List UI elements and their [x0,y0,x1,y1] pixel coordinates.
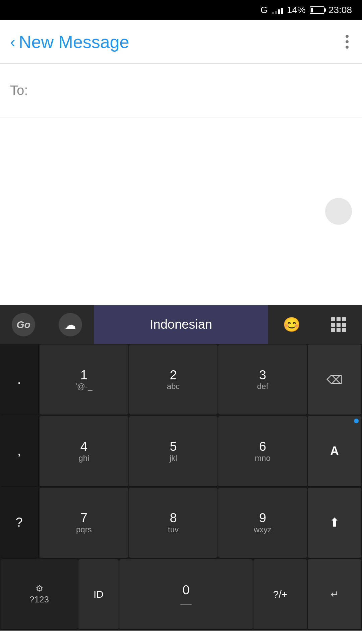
key-caps[interactable]: A [308,416,361,487]
key-6-main: 6 [259,440,266,454]
key-4[interactable]: 4 ghi [40,416,128,487]
key-1[interactable]: 1 '@-_ [40,344,128,415]
header-left: ‹ New Message [10,32,129,52]
page-title: New Message [19,32,129,52]
status-icons: G 14% 23:08 [260,5,352,15]
go-button[interactable]: Go [0,305,47,344]
key-5[interactable]: 5 jkl [129,416,218,487]
key-8[interactable]: 8 tuv [129,488,218,558]
emoji-icon: 😊 [283,316,300,333]
key-7-main: 7 [80,511,87,525]
more-options-button[interactable] [342,32,352,52]
caps-icon: A [330,444,339,458]
key-9-sub: wxyz [254,525,272,534]
key-comma[interactable]: , [1,416,38,487]
grid-dot-3 [342,317,346,321]
space-label: 0 [182,583,189,597]
key-2[interactable]: 2 abc [129,344,218,415]
key-row-2: , 4 ghi 5 jkl 6 mno A [1,416,361,487]
battery-fill [311,8,313,12]
time-display: 23:08 [328,5,352,15]
key-space[interactable]: 0 ___ [119,559,253,630]
carrier-label: G [260,5,268,15]
signal-bar-2 [275,11,277,14]
grid-dot-6 [342,323,346,327]
battery-body [310,6,324,14]
key-3-main: 3 [259,368,266,382]
upload-button[interactable]: ☁ [47,305,94,344]
key-3[interactable]: 3 def [218,344,307,415]
key-5-main: 5 [170,440,177,454]
key-8-sub: tuv [168,525,179,534]
key-9-main: 9 [259,511,266,525]
menu-dot-3 [346,46,349,49]
caps-dot-indicator [354,419,359,423]
compose-to-area: To: [0,64,362,117]
menu-dot-1 [346,35,349,38]
back-button[interactable]: ‹ [10,34,15,50]
key-6-sub: mno [255,454,270,463]
recipient-input[interactable] [28,83,352,98]
lang-label: ID [94,589,104,600]
keyboard-layout-button[interactable] [315,305,362,344]
key-special-chars[interactable]: ?/+ [253,559,307,630]
go-icon: Go [12,313,35,336]
gear-icon: ⚙ [36,583,43,594]
grid-dot-8 [337,328,341,332]
key-settings[interactable]: ⚙ ?123 [1,559,78,630]
grid-dot-1 [331,317,335,321]
key-row-4: ⚙ ?123 ID 0 ___ ?/+ ↵ [1,559,361,630]
emoji-button[interactable]: 😊 [268,305,315,344]
key-8-main: 8 [170,511,177,525]
key-7[interactable]: 7 pqrs [40,488,128,558]
key-dot-label: . [17,373,21,387]
upload-symbol: ☁ [65,318,76,331]
go-label: Go [16,319,31,330]
key-9[interactable]: 9 wxyz [218,488,307,558]
key-6[interactable]: 6 mno [218,416,307,487]
language-selector[interactable]: Indonesian [94,305,268,344]
signal-bar-1 [272,12,274,14]
status-bar: G 14% 23:08 [0,0,362,20]
key-question-label: ? [15,516,22,530]
key-dot[interactable]: . [1,344,38,415]
to-label: To: [10,83,28,98]
key-3-sub: def [257,382,268,391]
signal-bar-4 [281,8,283,14]
enter-icon: ↵ [330,588,339,600]
upload-icon: ☁ [59,313,82,336]
signal-bars [272,6,283,14]
key-1-sub: '@-_ [75,382,92,391]
special-label: ?/+ [273,589,288,600]
key-divider-1 [38,344,39,415]
grid-dot-2 [337,317,341,321]
scroll-indicator [325,198,352,225]
key-enter[interactable]: ↵ [308,559,361,630]
key-row-3: ? 7 pqrs 8 tuv 9 wxyz ⬆ [1,488,361,558]
message-body[interactable] [0,117,362,305]
signal-bar-3 [278,9,280,14]
key-question[interactable]: ? [1,488,38,558]
key-2-main: 2 [170,368,177,382]
key-4-sub: ghi [78,454,89,463]
key-comma-label: , [17,444,21,458]
keyboard-keys: . 1 '@-_ 2 abc 3 def ⌫ , [0,344,362,631]
key-lang[interactable]: ID [78,559,119,630]
key-4-main: 4 [80,440,87,454]
shift-icon: ⬆ [329,516,340,530]
menu-dot-2 [346,40,349,43]
battery-icon [310,6,324,14]
settings-label: ?123 [29,594,49,605]
key-1-main: 1 [80,368,87,382]
grid-icon [331,317,346,332]
key-row-1: . 1 '@-_ 2 abc 3 def ⌫ [1,344,361,415]
key-shift[interactable]: ⬆ [308,488,361,558]
grid-dot-4 [331,323,335,327]
grid-dot-9 [342,328,346,332]
key-divider-3 [38,488,39,558]
key-7-sub: pqrs [76,525,92,534]
keyboard: Go ☁ Indonesian 😊 [0,305,362,631]
space-underline: ___ [180,597,191,605]
key-delete[interactable]: ⌫ [308,344,361,415]
app-header: ‹ New Message [0,20,362,64]
